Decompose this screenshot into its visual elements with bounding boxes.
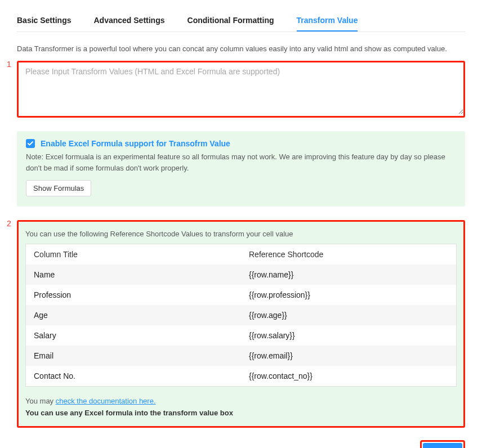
cell-reference-shortcode: {{row.salary}} <box>241 325 457 346</box>
tab-conditional-formatting[interactable]: Conditional Formatting <box>188 11 274 32</box>
cell-column-title: Contact No. <box>26 366 242 387</box>
documentation-line: You may check the documentation here. <box>25 397 457 405</box>
documentation-link[interactable]: check the documentation here. <box>56 397 156 405</box>
formula-usage-note: You can use any Excel formula into the t… <box>25 409 457 417</box>
reference-intro: You can use the following Reference Shor… <box>25 230 457 238</box>
enable-excel-formula-checkbox[interactable] <box>26 139 35 148</box>
cell-column-title: Salary <box>26 325 242 346</box>
table-row: Email{{row.email}} <box>26 346 457 366</box>
table-row: Contact No.{{row.contact_no}} <box>26 366 457 387</box>
cell-reference-shortcode: {{row.contact_no}} <box>241 366 457 387</box>
show-formulas-button[interactable]: Show Formulas <box>26 180 91 196</box>
update-button[interactable]: Update <box>423 443 462 448</box>
table-row: Profession{{row.profession}} <box>26 285 457 305</box>
cell-column-title: Profession <box>26 285 242 305</box>
cell-reference-shortcode: {{row.age}} <box>241 305 457 325</box>
cell-reference-shortcode: {{row.email}} <box>241 346 457 366</box>
excel-formula-note: Note: Excel formuala is an experimental … <box>26 151 456 173</box>
tab-advanced-settings[interactable]: Advanced Settings <box>93 11 164 32</box>
tab-basic-settings[interactable]: Basic Settings <box>17 11 71 32</box>
table-row: Salary{{row.salary}} <box>26 325 457 346</box>
annotation-marker-2: 2 <box>7 219 11 228</box>
cell-reference-shortcode: {{row.profession}} <box>241 285 457 305</box>
col-header-title: Column Title <box>26 244 242 265</box>
enable-excel-formula-label[interactable]: Enable Excel Formula support for Transof… <box>41 139 230 148</box>
reference-table: Column Title Reference Shortcode Name{{r… <box>25 244 457 387</box>
col-header-shortcode: Reference Shortcode <box>241 244 457 265</box>
excel-formula-panel: Enable Excel Formula support for Transof… <box>17 131 465 207</box>
tab-bar: Basic Settings Advanced Settings Conditi… <box>17 11 465 32</box>
cell-column-title: Age <box>26 305 242 325</box>
transform-value-input[interactable] <box>19 62 463 114</box>
doc-prefix: You may <box>25 397 56 405</box>
cell-column-title: Name <box>26 265 242 285</box>
cell-reference-shortcode: {{row.name}} <box>241 265 457 285</box>
intro-text: Data Transformer is a powerful tool wher… <box>17 44 465 53</box>
tab-transform-value[interactable]: Transform Value <box>297 11 358 32</box>
reference-panel: You can use the following Reference Shor… <box>19 222 463 426</box>
cell-column-title: Email <box>26 346 242 366</box>
check-icon <box>27 140 34 147</box>
table-row: Age{{row.age}} <box>26 305 457 325</box>
table-row: Name{{row.name}} <box>26 265 457 285</box>
annotation-marker-1: 1 <box>7 60 11 69</box>
